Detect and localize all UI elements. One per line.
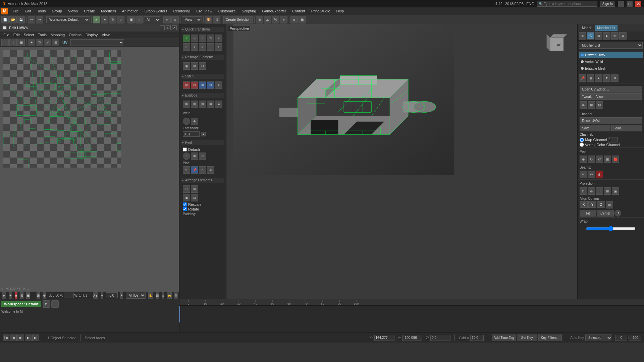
uv-tool-2[interactable]: ✦: [9, 292, 12, 299]
toolbar-new[interactable]: 📄: [1, 16, 9, 23]
grid-value[interactable]: [470, 335, 484, 341]
vertex-color-label[interactable]: Vertex Color Channel: [580, 142, 642, 147]
stitch-4[interactable]: ⊟: [207, 81, 214, 89]
uv-grid[interactable]: ⊠: [37, 292, 40, 299]
uv-settings[interactable]: ⚙: [174, 292, 178, 299]
toolbar-open[interactable]: 📂: [9, 16, 17, 23]
reshape-header[interactable]: Reshape Elements: [181, 55, 224, 60]
uv-freeform[interactable]: ⊞: [52, 39, 59, 46]
arrange-4[interactable]: ⊟: [191, 194, 198, 201]
x-coord[interactable]: [374, 335, 394, 341]
goto-end-btn[interactable]: ▶|: [32, 335, 39, 341]
toolbar-layer[interactable]: ▦: [299, 16, 306, 23]
save-btn[interactable]: Save...: [580, 125, 610, 131]
nav-cube[interactable]: TOP: [543, 31, 570, 58]
uv-tool-4[interactable]: ⊞: [20, 292, 23, 299]
open-uv-editor-btn[interactable]: Open UV Editor ...: [580, 86, 642, 93]
rs-uv-btn-3[interactable]: ⊟: [596, 101, 603, 109]
uv-scale[interactable]: ⤢: [44, 39, 51, 46]
uv-id-select[interactable]: All IDs: [126, 292, 146, 299]
uv-tool-5[interactable]: ▣: [26, 292, 30, 299]
view-selector[interactable]: View: [182, 16, 202, 23]
center-btn[interactable]: Center: [597, 210, 614, 217]
detach-checkbox[interactable]: [183, 147, 187, 152]
wrap-slider[interactable]: [586, 226, 636, 231]
proj-sphere[interactable]: ○: [596, 187, 603, 195]
peel-rs-4[interactable]: ⊞: [604, 156, 611, 163]
proj-cyl[interactable]: ⊙: [588, 187, 595, 195]
align-y[interactable]: Y: [588, 201, 596, 208]
menu-edit[interactable]: Edit: [22, 8, 34, 14]
qt-add[interactable]: +: [183, 35, 190, 42]
reshape-3[interactable]: ⊟: [199, 62, 206, 70]
y-coord[interactable]: [402, 335, 422, 341]
qt-rotate-ccw[interactable]: ↺: [199, 43, 206, 51]
play-btn[interactable]: ▶: [17, 335, 24, 341]
arrange-header[interactable]: Arrange Elements: [181, 178, 224, 183]
rs-tab-utilities[interactable]: ⚙: [619, 32, 627, 40]
seam-add[interactable]: ✏: [588, 171, 595, 178]
toolbar-mirror[interactable]: ⇔: [163, 16, 171, 23]
next-frame-btn[interactable]: ▶: [25, 335, 32, 341]
qt-scale-xy[interactable]: ⤢: [215, 35, 222, 42]
create-selection-btn[interactable]: Create Selection: [223, 16, 253, 23]
toolbar-percent-snap[interactable]: %: [272, 16, 279, 23]
peel-rs-1[interactable]: ⊕: [580, 156, 587, 163]
proj-reset-btn[interactable]: ↺: [614, 210, 621, 217]
toolbar-save[interactable]: 💾: [17, 16, 25, 23]
toolbar-scale[interactable]: ⤢: [117, 16, 124, 23]
peel-rs-3[interactable]: ↺: [596, 156, 603, 163]
align-z[interactable]: Z: [597, 201, 605, 208]
align-x[interactable]: X: [580, 201, 588, 208]
stitch-3[interactable]: ⊞: [199, 81, 206, 89]
uv-canvas-draw[interactable]: [3, 50, 121, 168]
stitch-1[interactable]: ⊞: [183, 81, 190, 89]
close-button[interactable]: ✕: [635, 1, 641, 7]
fit-btn[interactable]: Fit: [580, 210, 596, 217]
uv-menu-mapping[interactable]: Mapping: [49, 32, 67, 38]
tweak-in-view-btn[interactable]: Tweak In View: [580, 93, 642, 100]
peel-3[interactable]: ↺: [199, 153, 206, 160]
reset-uvws-btn[interactable]: Reset UVWs: [580, 117, 642, 124]
stitch-header[interactable]: Stitch: [181, 74, 224, 79]
ws-add-btn[interactable]: +: [51, 300, 59, 308]
uv-menu-tools[interactable]: Tools: [36, 32, 49, 38]
pin-4[interactable]: ⊕: [207, 166, 214, 174]
menu-tools[interactable]: Tools: [35, 8, 49, 14]
z-coord[interactable]: [430, 335, 450, 341]
qt-move-h[interactable]: ↔: [191, 35, 198, 42]
modifier-editable-mesh[interactable]: Editable Mesh: [579, 65, 643, 72]
uv-zoom-out[interactable]: −: [101, 292, 103, 299]
maximize-button[interactable]: □: [627, 1, 633, 7]
uv-move[interactable]: ✦: [28, 39, 35, 46]
rs-tab-create[interactable]: ⊕: [579, 32, 586, 40]
proj-box[interactable]: ⊞: [604, 187, 611, 195]
uv-zoom-level[interactable]: [106, 292, 118, 298]
checker-pattern-select[interactable]: CheckerPattern ( Checker ): [70, 39, 124, 46]
reshape-2[interactable]: ⊞: [191, 62, 198, 70]
uv-menu-file[interactable]: File: [1, 32, 11, 38]
toolbar-box-select[interactable]: ▣: [127, 16, 135, 23]
signin-button[interactable]: Sign In: [600, 1, 615, 7]
arrange-1[interactable]: □: [183, 185, 190, 193]
toolbar-lasso[interactable]: ○: [136, 16, 143, 23]
tab-model[interactable]: Model: [580, 25, 593, 31]
key-filters-btn[interactable]: Key Filters...: [538, 335, 562, 341]
menu-rendering[interactable]: Rendering: [171, 8, 193, 14]
viewport[interactable]: Perspective TOP: [226, 24, 577, 299]
vertex-color-radio[interactable]: [580, 142, 584, 147]
pin-1[interactable]: ↖: [183, 166, 190, 174]
selected-dropdown[interactable]: Selected: [585, 335, 612, 341]
rs-down-btn[interactable]: ▼: [603, 74, 610, 82]
peel-1[interactable]: ○: [183, 153, 190, 160]
peel-rs-2[interactable]: ↻: [588, 156, 595, 163]
qt-scale-y[interactable]: ↕: [215, 43, 222, 51]
qt-flip-v[interactable]: ⇕: [191, 43, 198, 51]
explode-5[interactable]: ≣: [215, 101, 222, 108]
toolbar-undo[interactable]: ↩: [28, 16, 35, 23]
threshold-up[interactable]: ▲: [201, 132, 206, 136]
qt-rotate-cw[interactable]: ↻: [207, 35, 214, 42]
rs-tab-display[interactable]: 👁: [611, 32, 619, 40]
menu-scripting[interactable]: Scripting: [239, 8, 259, 14]
uv-v-input[interactable]: [64, 293, 74, 298]
